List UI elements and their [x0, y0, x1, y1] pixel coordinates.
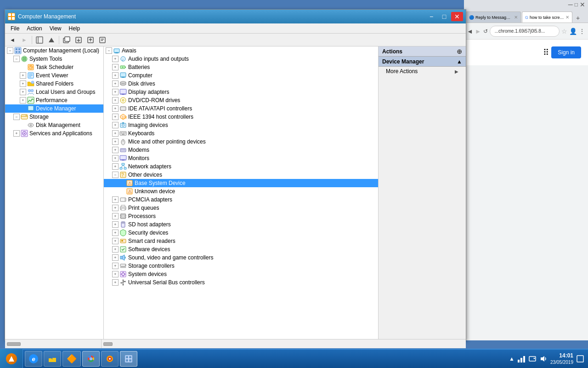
menu-help[interactable]: Help — [65, 24, 84, 33]
dev-processors[interactable]: + Processors — [104, 212, 378, 220]
local-users-expand[interactable]: + — [20, 89, 26, 95]
browser-tab-2[interactable]: G how to take screenshot on lapto... ✕ — [522, 12, 572, 23]
tree-shared-folders[interactable]: + Shared Folders — [5, 80, 103, 88]
dev-sound-expand[interactable]: + — [112, 254, 119, 261]
device-tree-root[interactable]: − Awais — [104, 46, 378, 55]
dev-monitors-expand[interactable]: + — [112, 155, 119, 161]
root-expand[interactable]: − — [7, 47, 13, 54]
dev-keyboards-expand[interactable]: + — [112, 130, 119, 137]
toolbar-show-hide-btn[interactable] — [34, 35, 45, 45]
dev-usb[interactable]: + Universal Serial Bus controllers — [104, 278, 378, 287]
tab-2-close[interactable]: ✕ — [565, 15, 569, 20]
dev-imaging[interactable]: + Imaging devices — [104, 121, 378, 129]
toolbar-properties-btn[interactable] — [97, 35, 108, 45]
dev-audio-expand[interactable]: + — [112, 56, 119, 62]
dev-system-dev[interactable]: + System devices — [104, 270, 378, 278]
menu-view[interactable]: View — [46, 24, 65, 33]
dev-display-expand[interactable]: + — [112, 89, 119, 95]
dev-ieee-expand[interactable]: + — [112, 114, 119, 120]
services-expand[interactable]: + — [13, 130, 20, 137]
google-apps-icon[interactable]: ⠿ — [543, 47, 549, 58]
dev-security[interactable]: + Security devices — [104, 229, 378, 237]
dev-other[interactable]: − ? Other devices — [104, 171, 378, 179]
dev-disk-expand[interactable]: + — [112, 80, 119, 87]
browser-minimize-btn[interactable]: ─ — [568, 1, 573, 8]
actions-more-actions[interactable]: More Actions ▶ — [379, 67, 466, 76]
tree-services[interactable]: + Services and Applications — [5, 129, 103, 138]
toolbar-up-btn[interactable] — [46, 35, 57, 45]
performance-expand[interactable]: + — [20, 97, 26, 104]
browser-account-icon[interactable]: 👤 — [569, 28, 577, 35]
dev-sd-expand[interactable]: + — [112, 221, 119, 228]
taskbar-computer-management[interactable] — [120, 351, 137, 367]
dev-usb-expand[interactable]: + — [112, 279, 119, 286]
tray-expand-icon[interactable]: ▲ — [509, 356, 514, 362]
dev-display[interactable]: + Display adapters — [104, 88, 378, 96]
show-desktop-icon[interactable] — [576, 355, 584, 363]
browser-maximize-btn[interactable]: □ — [575, 1, 578, 8]
browser-reload-btn[interactable]: ↺ — [483, 28, 488, 34]
dev-computer[interactable]: + Computer — [104, 71, 378, 80]
dev-other-expand[interactable]: − — [112, 172, 119, 178]
dev-mice[interactable]: + Mice and other pointing devices — [104, 138, 378, 146]
taskbar-explorer[interactable] — [44, 351, 61, 367]
toolbar-back-btn[interactable]: ◄ — [7, 35, 18, 45]
dev-batteries[interactable]: + Batteries — [104, 63, 378, 71]
browser-url-bar[interactable]: ...chrome.1.69i57j0l5.8... — [490, 26, 560, 37]
tree-disk-mgmt[interactable]: Disk Management — [5, 121, 103, 129]
dev-mice-expand[interactable]: + — [112, 138, 119, 145]
toolbar-import-btn[interactable] — [85, 35, 96, 45]
dev-sd[interactable]: + SD host adapters — [104, 220, 378, 229]
clock[interactable]: 14:01 23/05/2019 — [550, 352, 573, 366]
actions-device-manager-section[interactable]: Device Manager ▲ — [379, 57, 466, 67]
dev-storage-ctrl-expand[interactable]: + — [112, 263, 119, 269]
tree-performance[interactable]: + Performance — [5, 96, 103, 104]
middle-scrollbar-thumb[interactable] — [103, 342, 113, 346]
dev-processors-expand[interactable]: + — [112, 213, 119, 219]
browser-back-btn[interactable]: ◄ — [467, 28, 473, 35]
event-viewer-expand[interactable]: + — [20, 72, 26, 79]
dev-print[interactable]: + Print queues — [104, 204, 378, 212]
dev-storage-ctrl[interactable]: + Storage controllers — [104, 262, 378, 270]
dev-smartcard-expand[interactable]: + — [112, 238, 119, 244]
tree-local-users[interactable]: + Local Users and Groups — [5, 88, 103, 96]
tree-system-tools[interactable]: − System Tools — [5, 55, 103, 63]
dev-network-expand[interactable]: + — [112, 163, 119, 170]
dev-batteries-expand[interactable]: + — [112, 64, 119, 70]
close-button[interactable]: ✕ — [451, 12, 463, 21]
toolbar-export-btn[interactable] — [73, 35, 84, 45]
dev-sound[interactable]: + Sound, video and game controllers — [104, 253, 378, 262]
dev-imaging-expand[interactable]: + — [112, 122, 119, 128]
tree-task-scheduler[interactable]: Task Scheduler — [5, 63, 103, 71]
browser-menu-icon[interactable]: ⋮ — [579, 28, 585, 35]
dev-print-expand[interactable]: + — [112, 205, 119, 211]
browser-close-btn[interactable]: ✕ — [580, 1, 585, 8]
dev-software-expand[interactable]: + — [112, 246, 119, 253]
shared-folders-expand[interactable]: + — [20, 80, 26, 87]
toolbar-new-window-btn[interactable] — [61, 35, 72, 45]
dev-dvd-expand[interactable]: + — [112, 97, 119, 104]
storage-expand[interactable]: − — [13, 114, 20, 120]
taskbar-vlc[interactable]: 🔶 — [62, 351, 81, 367]
dev-security-expand[interactable]: + — [112, 230, 119, 236]
taskbar-chrome[interactable] — [82, 351, 100, 367]
dev-monitors[interactable]: + Monitors — [104, 154, 378, 162]
dev-network[interactable]: + Network adapters — [104, 162, 378, 171]
taskbar-firefox[interactable] — [101, 351, 119, 367]
dev-modems[interactable]: + Modems — [104, 146, 378, 154]
dev-ide[interactable]: + IDE ATA/ATAPI controllers — [104, 104, 378, 113]
dev-ieee[interactable]: + 1394 IEEE 1394 host controllers — [104, 113, 378, 121]
dev-pcmcia[interactable]: + PCMCIA adapters — [104, 196, 378, 204]
dev-modems-expand[interactable]: + — [112, 147, 119, 153]
dev-system-expand[interactable]: + — [112, 271, 119, 277]
dev-software[interactable]: + Software devices — [104, 245, 378, 253]
maximize-button[interactable]: □ — [438, 12, 450, 21]
toolbar-forward-btn[interactable]: ► — [19, 35, 30, 45]
dev-computer-expand[interactable]: + — [112, 72, 119, 79]
system-tools-expand[interactable]: − — [13, 56, 20, 62]
left-scrollbar-thumb[interactable] — [7, 342, 21, 346]
dev-smartcard[interactable]: + Smart card readers — [104, 237, 378, 245]
dev-pcmcia-expand[interactable]: + — [112, 196, 119, 203]
dev-disk[interactable]: + Disk drives — [104, 80, 378, 88]
tree-root[interactable]: − Computer Management (Local) — [5, 46, 103, 55]
